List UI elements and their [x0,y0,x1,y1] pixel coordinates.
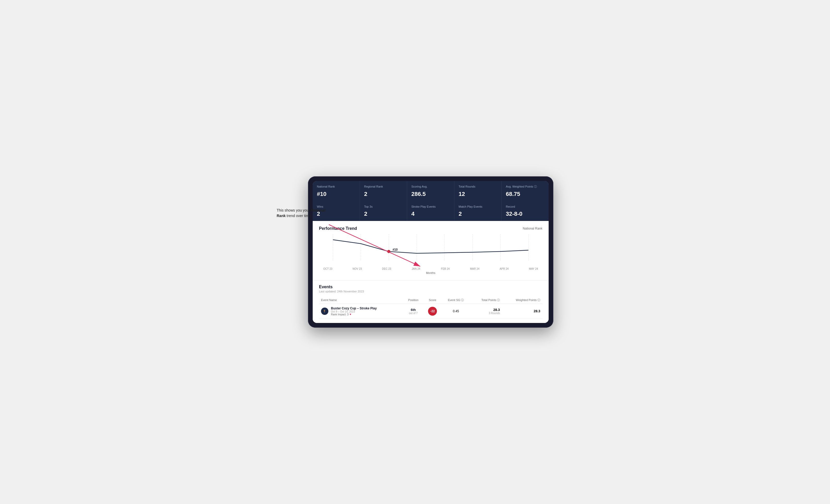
stat-scoring-avg-value: 286.5 [411,191,450,198]
event-total-rounds: 3 Rounds [472,312,500,314]
stat-scoring-avg-label: Scoring Avg. [411,185,450,188]
outer-wrapper: This shows you your National Rank trend … [277,176,553,328]
svg-line-1 [329,225,420,266]
stats-grid-row2: Wins 2 Top 3s 2 Stroke Play Events 4 Mat… [313,201,549,221]
stat-match-play: Match Play Events 2 [454,201,501,221]
performance-axis-label: National Rank [523,227,542,230]
event-position-sub: out of 7 [405,312,421,314]
stat-match-play-value: 2 [458,210,497,217]
col-weighted-points: Weighted Points ⓘ [502,297,542,304]
rank-impact-arrow-icon: ▼ [349,313,352,316]
stats-grid-row1: National Rank #10 Regional Rank 2 Scorin… [313,181,549,201]
event-position: 6th [405,308,421,312]
event-weighted-points-cell: 28.3 [502,304,542,318]
stat-stroke-play: Stroke Play Events 4 [407,201,454,221]
annotation-text: This shows you your National Rank trend … [277,208,329,219]
stat-total-rounds-label: Total Rounds [458,185,497,188]
stat-stroke-play-label: Stroke Play Events [411,205,450,208]
month-label-may24: MAY 24 [526,267,541,270]
event-name: Buster Cozy Cup – Stroke Play [331,306,377,310]
event-icon: 🏌 [321,308,328,315]
event-name-cell: 🏌 Buster Cozy Cup – Stroke Play Oct 9 – … [319,304,403,318]
stat-total-rounds-value: 12 [458,191,497,198]
stat-national-rank-label: National Rank [317,185,355,188]
col-total-points: Total Points ⓘ [470,297,502,304]
events-section: Events Last updated: 24th November 2023 … [313,280,549,323]
stat-top3s: Top 3s 2 [360,201,407,221]
event-weighted-points: 28.3 [504,309,540,313]
events-last-updated: Last updated: 24th November 2023 [319,290,542,293]
annotation-arrow [326,222,425,274]
stat-record-label: Record [506,205,544,208]
events-table: Event Name Position Score Event SG ⓘ [319,297,542,319]
stat-avg-weighted-value: 68.75 [506,191,544,198]
event-total-points: 28.3 [472,308,500,312]
stat-regional-rank: Regional Rank 2 [360,181,407,201]
event-info: Buster Cozy Cup – Stroke Play Oct 9 – Oc… [331,306,377,316]
event-score-badge: -22 [428,307,437,316]
stat-national-rank-value: #10 [317,191,355,198]
month-label-feb24: FEB 24 [438,267,453,270]
stat-top3s-label: Top 3s [364,205,403,208]
stat-record-value: 32-8-0 [506,210,544,217]
stat-top3s-value: 2 [364,210,403,217]
event-score-cell: -22 [423,304,442,318]
stat-total-rounds: Total Rounds 12 [454,181,501,201]
event-sg-value: 0.45 [453,309,459,313]
col-score: Score [423,297,442,304]
stat-avg-weighted-label: Avg. Weighted Points ⓘ [506,185,544,188]
stat-national-rank: National Rank #10 [313,181,360,201]
stat-scoring-avg: Scoring Avg. 286.5 [407,181,454,201]
event-position-cell: 6th out of 7 [403,304,424,318]
stat-record: Record 32-8-0 [502,201,549,221]
stat-match-play-label: Match Play Events [458,205,497,208]
events-table-header: Event Name Position Score Event SG ⓘ [319,297,542,304]
stat-stroke-play-value: 4 [411,210,450,217]
rank-impact: Rank Impact: 3 ▼ [331,313,377,316]
event-total-points-cell: 28.3 3 Rounds [470,304,502,318]
event-date: Oct 9 – Oct 10, 2023 [331,310,377,313]
col-event-sg: Event SG ⓘ [442,297,470,304]
stat-avg-weighted: Avg. Weighted Points ⓘ 68.75 [502,181,549,201]
month-label-apr24: APR 24 [496,267,512,270]
stat-regional-rank-label: Regional Rank [364,185,403,188]
month-label-mar24: MAR 24 [467,267,483,270]
event-sg-cell: 0.45 [442,304,470,318]
stat-regional-rank-value: 2 [364,191,403,198]
col-position: Position [403,297,424,304]
events-title: Events [319,284,542,289]
table-row: 🏌 Buster Cozy Cup – Stroke Play Oct 9 – … [319,304,542,318]
col-event-name: Event Name [319,297,403,304]
